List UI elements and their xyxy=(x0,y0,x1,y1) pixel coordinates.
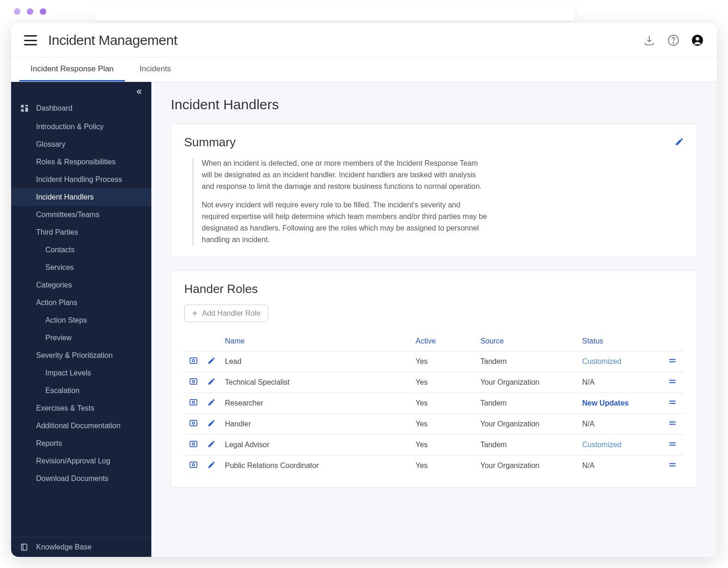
table-header-status[interactable]: Status xyxy=(578,331,661,351)
table-row: Technical SpecialistYesYour Organization… xyxy=(184,372,684,393)
edit-summary-icon[interactable] xyxy=(675,137,684,148)
view-icon[interactable] xyxy=(189,421,198,429)
content-area: Incident Handlers Summary When an incide… xyxy=(151,82,717,557)
sidebar-item-label: Incident Handlers xyxy=(36,193,94,201)
sidebar-item-download-documents[interactable]: Download Documents xyxy=(11,470,151,487)
sidebar-item-label: Action Plans xyxy=(36,299,77,307)
sidebar-item-incident-handling-process[interactable]: Incident Handling Process xyxy=(11,171,151,188)
help-icon[interactable] xyxy=(667,34,680,47)
role-name: Legal Advisor xyxy=(220,434,411,455)
role-active: Yes xyxy=(411,351,476,372)
role-source: Your Organization xyxy=(476,372,578,393)
sidebar-item-label: Exercises & Tests xyxy=(36,404,94,412)
app-title: Incident Management xyxy=(48,32,177,48)
svg-rect-28 xyxy=(190,462,197,468)
table-header-active[interactable]: Active xyxy=(411,331,476,351)
sidebar-item-label: Knowledge Base xyxy=(36,543,92,551)
user-icon[interactable] xyxy=(691,34,704,47)
svg-point-29 xyxy=(193,463,195,466)
table-header-name[interactable]: Name xyxy=(220,331,411,351)
sidebar-item-committees-teams[interactable]: Committees/Teams xyxy=(11,206,151,224)
svg-point-25 xyxy=(193,443,195,445)
table-row: Public Relations CoordinatorYesYour Orga… xyxy=(184,455,684,476)
sidebar-item-introduction-policy[interactable]: Introduction & Policy xyxy=(11,118,151,136)
collapse-sidebar-icon[interactable] xyxy=(11,82,151,99)
drag-handle-icon[interactable] xyxy=(668,421,677,429)
view-icon[interactable] xyxy=(189,359,198,367)
sidebar-item-revision-approval-log[interactable]: Revision/Approval Log xyxy=(11,452,151,470)
drag-handle-icon[interactable] xyxy=(668,359,677,367)
sidebar-item-label: Committees/Teams xyxy=(36,211,100,219)
sidebar-item-preview[interactable]: Preview xyxy=(11,329,151,347)
drag-handle-icon[interactable] xyxy=(668,400,677,408)
summary-card: Summary When an incident is detected, on… xyxy=(171,124,697,257)
sidebar-item-action-plans[interactable]: Action Plans xyxy=(11,294,151,312)
edit-icon[interactable] xyxy=(207,400,216,408)
view-icon[interactable] xyxy=(189,442,198,450)
svg-point-17 xyxy=(193,401,195,403)
edit-icon[interactable] xyxy=(207,379,216,387)
menu-button[interactable] xyxy=(24,35,37,45)
sidebar-item-severity-prioritization[interactable]: Severity & Prioritization xyxy=(11,347,151,364)
sidebar-item-incident-handlers[interactable]: Incident Handlers xyxy=(11,188,151,206)
svg-rect-16 xyxy=(190,399,197,405)
sidebar-item-knowledge-base[interactable]: Knowledge Base xyxy=(11,537,151,557)
sidebar-item-escalation[interactable]: Escalation xyxy=(11,382,151,399)
view-icon[interactable] xyxy=(189,380,198,387)
role-status[interactable]: New Updates xyxy=(582,399,628,407)
url-bar[interactable] xyxy=(94,3,575,20)
book-icon xyxy=(19,542,30,552)
svg-point-9 xyxy=(193,359,195,362)
role-name: Technical Specialist xyxy=(220,372,411,393)
role-status[interactable]: Customized xyxy=(582,441,621,449)
sidebar-item-reports[interactable]: Reports xyxy=(11,435,151,452)
sidebar-item-additional-documentation[interactable]: Additional Documentation xyxy=(11,417,151,435)
svg-rect-12 xyxy=(190,379,197,384)
svg-rect-5 xyxy=(25,105,28,106)
add-handler-role-button[interactable]: + Add Handler Role xyxy=(184,305,268,322)
role-source: Your Organization xyxy=(476,455,578,476)
svg-rect-20 xyxy=(190,420,197,426)
role-status: N/A xyxy=(582,462,595,469)
drag-handle-icon[interactable] xyxy=(668,442,677,450)
edit-icon[interactable] xyxy=(207,421,216,429)
sidebar-item-dashboard[interactable]: Dashboard xyxy=(11,99,151,118)
svg-point-13 xyxy=(193,380,195,382)
sidebar-item-action-steps[interactable]: Action Steps xyxy=(11,312,151,329)
role-source: Tandem xyxy=(476,393,578,413)
summary-title: Summary xyxy=(184,135,236,150)
role-active: Yes xyxy=(411,393,476,413)
sidebar: Dashboard Introduction & Policy Glossary… xyxy=(11,82,151,557)
edit-icon[interactable] xyxy=(207,358,216,366)
view-icon[interactable] xyxy=(189,463,198,471)
download-icon[interactable] xyxy=(643,34,656,47)
app-header: Incident Management xyxy=(11,23,717,58)
sidebar-item-glossary[interactable]: Glossary xyxy=(11,136,151,153)
sidebar-item-categories[interactable]: Categories xyxy=(11,276,151,294)
sidebar-item-exercises-tests[interactable]: Exercises & Tests xyxy=(11,399,151,417)
role-source: Your Organization xyxy=(476,413,578,434)
add-button-label: Add Handler Role xyxy=(202,309,261,318)
sidebar-item-contacts[interactable]: Contacts xyxy=(11,241,151,259)
drag-handle-icon[interactable] xyxy=(668,463,677,471)
handler-roles-card: Hander Roles + Add Handler Role Name xyxy=(171,270,697,487)
sidebar-item-label: Third Parties xyxy=(36,228,78,237)
view-icon[interactable] xyxy=(189,400,198,408)
tab-incident-response-plan[interactable]: Incident Response Plan xyxy=(19,58,125,81)
drag-handle-icon[interactable] xyxy=(668,380,677,387)
edit-icon[interactable] xyxy=(207,462,216,470)
sidebar-item-impact-levels[interactable]: Impact Levels xyxy=(11,364,151,382)
table-row: HandlerYesYour OrganizationN/A xyxy=(184,413,684,434)
role-status[interactable]: Customized xyxy=(582,357,621,365)
sidebar-item-roles-responsibilities[interactable]: Roles & Responsibilities xyxy=(11,153,151,171)
role-source: Tandem xyxy=(476,434,578,455)
tabs: Incident Response Plan Incidents xyxy=(11,58,717,82)
role-name: Public Relations Coordinator xyxy=(220,455,411,476)
edit-icon[interactable] xyxy=(207,442,216,449)
sidebar-item-label: Additional Documentation xyxy=(36,422,120,430)
table-header-source[interactable]: Source xyxy=(476,331,578,351)
sidebar-item-services[interactable]: Services xyxy=(11,259,151,276)
sidebar-item-label: Action Steps xyxy=(45,316,87,325)
sidebar-item-third-parties[interactable]: Third Parties xyxy=(11,224,151,241)
tab-incidents[interactable]: Incidents xyxy=(129,58,182,81)
